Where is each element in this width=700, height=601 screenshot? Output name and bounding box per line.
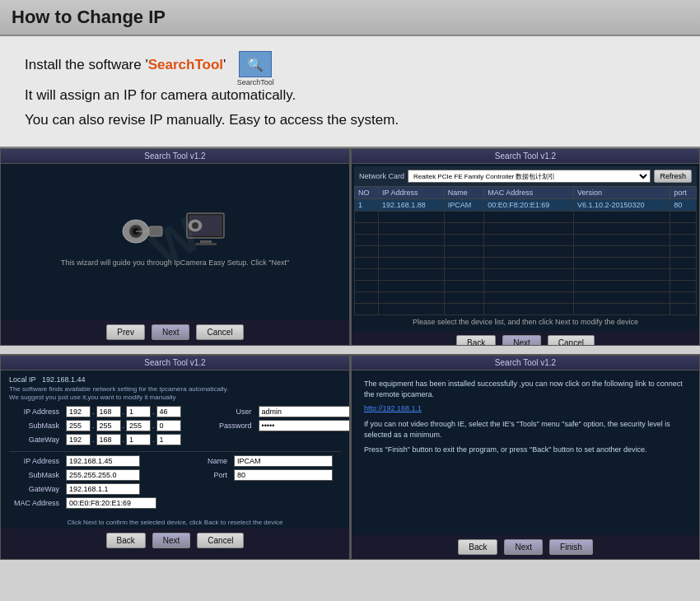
- submask-label: SubMask: [9, 422, 63, 430]
- cell-name: IPCAM: [444, 199, 484, 212]
- submask-row: SubMask . . .: [9, 420, 181, 431]
- info-text: The software finds available network set…: [9, 385, 341, 403]
- table-row[interactable]: [355, 258, 697, 269]
- intro-line3: You can also revise IP manually. Easy to…: [25, 112, 675, 128]
- refresh-button[interactable]: Refresh: [654, 170, 692, 183]
- panel4-next-button[interactable]: Next: [504, 539, 543, 555]
- config-two-col: IP Address . . . SubMask: [9, 406, 341, 448]
- panel2-next-button[interactable]: Next: [502, 335, 541, 346]
- lower-mac-row: MAC Address: [9, 497, 156, 509]
- panel3-back-button[interactable]: Back: [106, 533, 146, 548]
- panel4-finish-button[interactable]: Finish: [549, 539, 593, 555]
- intro-prefix: Install the software ': [25, 57, 148, 72]
- col-ip: IP Address: [379, 187, 445, 199]
- table-row[interactable]: [355, 304, 697, 315]
- network-card-select[interactable]: Realtek PCIe FE Family Controller 数据包计划引: [408, 170, 651, 183]
- password-label: Password: [202, 422, 255, 430]
- intro-line1: Install the software 'SearchTool' Search…: [25, 51, 675, 87]
- table-row[interactable]: [355, 235, 697, 246]
- panel2-footer-text: Please select the device list, and then …: [354, 315, 697, 328]
- monitor-icon: [185, 212, 231, 251]
- searchtool-icon: SearchTool: [234, 51, 277, 87]
- password-row: Password: [202, 420, 350, 431]
- camera-icon: [119, 211, 169, 252]
- cell-no: 1: [355, 199, 379, 212]
- panel3-titlebar: Search Tool v1.2: [1, 356, 349, 370]
- panel4-titlebar: Search Tool v1.2: [352, 356, 699, 370]
- sm-octet4[interactable]: [156, 420, 181, 431]
- user-row: User: [202, 406, 350, 417]
- warning-text: If you can not video through IE, select …: [364, 419, 687, 440]
- network-card-label: Network Card: [359, 172, 404, 180]
- user-input[interactable]: [259, 406, 350, 417]
- lower-port-input[interactable]: [234, 469, 333, 481]
- panel1-buttons: Prev Next Cancel: [1, 320, 349, 344]
- table-row[interactable]: [355, 269, 697, 281]
- lower-sm-input[interactable]: [66, 469, 140, 481]
- panel3-cancel-button[interactable]: Cancel: [197, 533, 244, 548]
- table-row[interactable]: [355, 246, 697, 258]
- lower-port-label: Port: [177, 471, 231, 479]
- config-left: IP Address . . . SubMask: [9, 406, 181, 448]
- device-link[interactable]: http://192.168.1.1: [364, 404, 687, 412]
- lower-right: Name Port: [177, 455, 333, 511]
- sm-octet2[interactable]: [96, 420, 121, 431]
- intro-line2: It will assign an IP for camera automati…: [25, 87, 675, 104]
- table-row[interactable]: 1 192.168.1.88 IPCAM 00:E0:F8:20:E1:69 V…: [355, 199, 697, 212]
- svg-rect-3: [149, 226, 162, 236]
- ip-octet1[interactable]: [66, 406, 91, 417]
- gw-octet1[interactable]: [66, 434, 91, 445]
- ip-octet4[interactable]: [156, 406, 181, 417]
- panel2-titlebar: Search Tool v1.2: [352, 149, 699, 164]
- ip-address-row: IP Address . . .: [9, 406, 181, 417]
- page-title: How to Change IP: [12, 7, 688, 28]
- sm-octet1[interactable]: [66, 420, 91, 431]
- lower-config-section: IP Address SubMask GateWay MAC Addr: [9, 451, 341, 511]
- gw-octet2[interactable]: [96, 434, 121, 445]
- table-row[interactable]: [355, 212, 697, 223]
- col-port: port: [670, 187, 697, 199]
- table-row[interactable]: [355, 223, 697, 235]
- lower-name-input[interactable]: [234, 455, 333, 467]
- svg-rect-10: [195, 243, 217, 245]
- password-input[interactable]: [259, 420, 350, 431]
- panel1-body: W: [1, 164, 349, 320]
- local-ip-label: Local IP: [9, 375, 35, 384]
- gw-octet3[interactable]: [126, 434, 151, 445]
- lower-ip-input[interactable]: [66, 455, 140, 467]
- lower-two-col: IP Address SubMask GateWay MAC Addr: [9, 455, 341, 511]
- gateway-label: GateWay: [9, 436, 63, 444]
- lower-port-row: Port: [177, 469, 333, 481]
- lower-gw-label: GateWay: [9, 485, 63, 493]
- table-row[interactable]: [355, 292, 697, 304]
- panel2-body: Network Card Realtek PCIe FE Family Cont…: [352, 164, 699, 331]
- ip-octet2[interactable]: [96, 406, 121, 417]
- gw-octet4[interactable]: [156, 434, 181, 445]
- config-right: User Password: [202, 406, 350, 448]
- lower-gw-input[interactable]: [66, 483, 140, 495]
- local-ip-row: Local IP 192.168.1.44: [9, 375, 341, 384]
- ip-octet3[interactable]: [126, 406, 151, 417]
- panel1-titlebar: Search Tool v1.2: [1, 149, 349, 164]
- panel4-back-button[interactable]: Back: [458, 539, 497, 555]
- panel2-back-button[interactable]: Back: [456, 335, 496, 346]
- col-version: Version: [574, 187, 670, 199]
- panel1-next-button[interactable]: Next: [152, 324, 190, 340]
- gateway-octets: . . .: [66, 434, 181, 445]
- cell-ip: 192.168.1.88: [379, 199, 445, 212]
- sm-octet3[interactable]: [126, 420, 151, 431]
- panel2-cancel-button[interactable]: Cancel: [548, 335, 595, 346]
- ip-octets: . . .: [66, 406, 181, 417]
- panel4-buttons: Back Next Finish: [352, 535, 699, 559]
- table-row[interactable]: [355, 281, 697, 292]
- panel1-prev-button[interactable]: Prev: [106, 324, 145, 340]
- panel3-next-button[interactable]: Next: [152, 533, 191, 548]
- cell-mac: 00:E0:F8:20:E1:69: [484, 199, 574, 212]
- lower-mac-input[interactable]: [66, 497, 156, 509]
- local-ip-value: 192.168.1.44: [42, 375, 86, 384]
- lower-sm-label: SubMask: [9, 471, 63, 479]
- submask-octets: . . .: [66, 420, 181, 431]
- panel1-cancel-button[interactable]: Cancel: [196, 324, 243, 340]
- panel4-body: The equipment has been installed success…: [352, 370, 699, 535]
- searchtool-name: SearchTool: [148, 57, 223, 72]
